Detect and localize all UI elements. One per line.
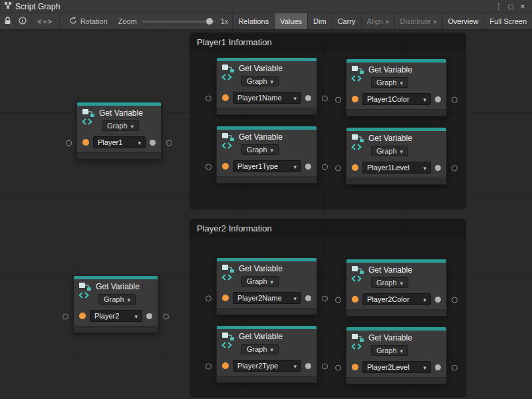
full-screen-button[interactable]: Full Screen [483,13,532,29]
get-variable-node-player2[interactable]: Get Variable Graph Player2 [73,275,158,333]
tab-script-graph[interactable]: Script Graph [4,1,60,11]
distribute-button[interactable]: Distribute [394,13,442,29]
window-menu-icon[interactable]: ⋮ [493,2,504,11]
left-connection-port[interactable] [335,364,341,370]
maximize-icon[interactable]: □ [505,2,516,11]
value-output-dot[interactable] [435,364,441,370]
left-connection-port[interactable] [63,313,68,319]
variable-input-port[interactable] [222,163,229,170]
scope-label: Graph [376,279,397,287]
left-connection-port[interactable] [335,96,341,102]
get-variable-node-player1[interactable]: Get Variable Graph Player1 [76,102,162,160]
overview-button[interactable]: Overview [442,13,484,29]
close-icon[interactable]: × [517,2,528,11]
variable-port-row: Player1Type [217,157,317,176]
variable-name-dropdown[interactable]: Player1 [93,136,146,148]
get-variable-icon [351,65,364,88]
variable-name-dropdown[interactable]: Player2Color [362,293,431,305]
get-variable-node-player1type[interactable]: Get Variable Graph Player1Type [216,126,317,184]
left-connection-port[interactable] [205,295,211,301]
right-connection-port[interactable] [166,140,172,146]
align-button[interactable]: Align [361,13,394,29]
variable-input-port[interactable] [82,139,89,146]
graph-canvas[interactable]: Player1 Information Player2 Information [0,31,532,399]
variable-scope-dropdown[interactable]: Graph [241,276,279,287]
value-output-dot[interactable] [435,96,441,102]
dim-button[interactable]: Dim [307,13,332,29]
variable-scope-dropdown[interactable]: Graph [98,294,136,305]
right-connection-port[interactable] [322,295,328,301]
rotation-control[interactable]: Rotation [60,13,114,29]
group-title[interactable]: Player1 Information [190,33,466,51]
variable-input-port[interactable] [352,296,358,303]
variable-name-dropdown[interactable]: Player1Level [362,162,431,174]
right-connection-port[interactable] [322,363,328,369]
left-connection-port[interactable] [335,165,341,171]
variable-input-port[interactable] [79,313,86,319]
right-connection-port[interactable] [452,297,458,303]
get-variable-icon [351,333,364,356]
value-output-dot[interactable] [305,295,311,301]
right-connection-port[interactable] [322,164,328,170]
value-output-dot[interactable] [435,165,441,171]
variable-scope-dropdown[interactable]: Graph [241,144,279,155]
variable-input-port[interactable] [352,96,358,102]
relations-button[interactable]: Relations [232,13,274,29]
variable-input-port[interactable] [352,164,358,171]
variable-scope-dropdown[interactable]: Graph [371,277,408,288]
left-connection-port[interactable] [205,95,211,101]
lock-button[interactable] [0,13,15,29]
zoom-slider-track[interactable] [142,21,215,23]
node-header: Get Variable Graph [77,106,161,133]
value-output-dot[interactable] [305,164,311,170]
variable-scope-dropdown[interactable]: Graph [241,76,279,86]
right-connection-port[interactable] [452,96,458,102]
right-connection-port[interactable] [322,95,328,101]
variable-name-dropdown[interactable]: Player2Type [233,360,301,372]
get-variable-node-player2name[interactable]: Get Variable Graph Player2Name [216,257,317,315]
variable-scope-dropdown[interactable]: Graph [371,146,408,156]
left-connection-port[interactable] [205,363,211,369]
variable-name-dropdown[interactable]: Player1Color [362,93,431,105]
get-variable-node-player1color[interactable]: Get Variable Graph Player1Color [346,59,447,116]
variable-name-dropdown[interactable]: Player2Level [362,361,431,373]
value-output-dot[interactable] [146,313,152,319]
variable-name-dropdown[interactable]: Player1Type [233,160,301,172]
get-variable-node-player2color[interactable]: Get Variable Graph Player2Color [346,259,447,317]
variable-name-dropdown[interactable]: Player1Name [233,92,301,104]
variable-input-port[interactable] [222,295,229,301]
carry-label: Carry [338,17,356,25]
node-footer [77,152,161,159]
get-variable-node-player1name[interactable]: Get Variable Graph Player1Name [216,57,317,115]
group-title[interactable]: Player2 Information [190,219,466,237]
variable-name-dropdown[interactable]: Player2Name [233,292,301,304]
left-connection-port[interactable] [335,297,341,303]
values-button[interactable]: Values [274,13,307,29]
left-connection-port[interactable] [66,140,72,146]
value-output-dot[interactable] [150,140,156,146]
value-output-dot[interactable] [305,95,311,101]
variable-scope-dropdown[interactable]: Graph [241,344,279,354]
value-output-dot[interactable] [305,363,311,369]
variable-scope-dropdown[interactable]: Graph [371,345,408,356]
carry-button[interactable]: Carry [332,13,361,29]
code-toggle-button[interactable]: <∘> [31,13,60,29]
get-variable-node-player2level[interactable]: Get Variable Graph Player2Level [346,327,447,384]
get-variable-node-player1level[interactable]: Get Variable Graph Player1Level [346,127,447,185]
right-connection-port[interactable] [163,313,169,319]
variable-input-port[interactable] [352,364,358,370]
value-output-dot[interactable] [435,297,441,303]
right-connection-port[interactable] [452,364,458,370]
variable-scope-dropdown[interactable]: Graph [102,120,139,131]
zoom-slider-knob[interactable] [206,18,213,25]
right-connection-port[interactable] [452,165,458,171]
variable-input-port[interactable] [222,94,229,101]
get-variable-node-player2type[interactable]: Get Variable Graph Player2Type [216,325,317,383]
variable-input-port[interactable] [222,362,229,369]
variable-name-dropdown[interactable]: Player2 [90,310,142,322]
variable-scope-dropdown[interactable]: Graph [371,77,408,88]
info-button[interactable] [15,13,31,29]
variable-port-row: Player1 [77,133,161,152]
left-connection-port[interactable] [205,164,211,170]
variable-port-row: Player2Type [217,356,317,376]
